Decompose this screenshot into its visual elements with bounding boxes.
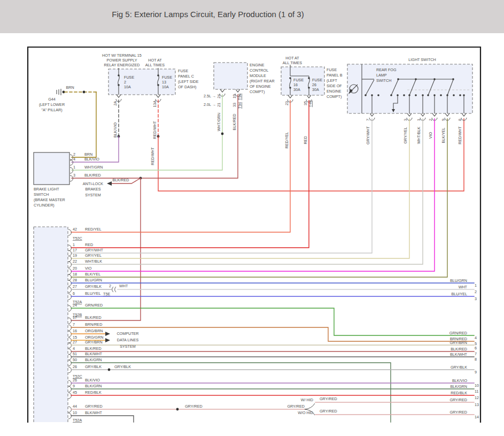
svg-text:3: 3 xyxy=(403,119,408,121)
svg-text:GRY/YEL: GRY/YEL xyxy=(85,253,102,258)
svg-text:ALL TIMES: ALL TIMES xyxy=(283,60,303,65)
svg-text:GRY/YEL: GRY/YEL xyxy=(403,127,408,143)
svg-text:1: 1 xyxy=(475,283,477,288)
svg-text:REAR FOG: REAR FOG xyxy=(376,67,397,72)
svg-text:10: 10 xyxy=(475,383,479,388)
svg-text:4: 4 xyxy=(73,157,75,162)
svg-text:LIGHT SWITCH: LIGHT SWITCH xyxy=(408,57,436,62)
connector-section: T52C xyxy=(73,374,82,379)
svg-text:2: 2 xyxy=(109,284,111,288)
svg-text:7: 7 xyxy=(366,119,370,121)
svg-text:W/O HID: W/O HID xyxy=(298,410,313,415)
svg-text:RED/BLK: RED/BLK xyxy=(85,390,102,395)
svg-text:HOT AT: HOT AT xyxy=(148,58,162,63)
svg-text:SYSTEM: SYSTEM xyxy=(85,193,101,197)
svg-text:30A: 30A xyxy=(312,87,319,92)
svg-text:BLK/GRN: BLK/GRN xyxy=(450,384,467,389)
svg-text:9: 9 xyxy=(73,384,75,388)
svg-text:SWITCH: SWITCH xyxy=(34,192,49,197)
svg-text:2: 2 xyxy=(73,152,75,157)
svg-text:8: 8 xyxy=(475,357,477,362)
svg-text:44: 44 xyxy=(73,404,77,409)
wire-label-brn: BRN xyxy=(66,85,74,90)
title-banner: Fig 5: Exterior Lamps Circuit, Early Pro… xyxy=(0,0,504,33)
svg-text:28: 28 xyxy=(73,278,77,282)
svg-text:GRY/RED: GRY/RED xyxy=(85,404,103,409)
svg-text:BRN: BRN xyxy=(84,152,92,157)
svg-text:24: 24 xyxy=(216,94,221,98)
svg-text:"A" PILLAR): "A" PILLAR) xyxy=(41,108,62,112)
svg-text:ALL TIMES: ALL TIMES xyxy=(145,63,165,67)
svg-text:GRY/RED: GRY/RED xyxy=(320,409,337,414)
svg-text:GRY/RED: GRY/RED xyxy=(449,397,467,402)
svg-text:11: 11 xyxy=(475,389,478,394)
svg-text:BLK/GRN: BLK/GRN xyxy=(85,384,102,388)
svg-text:BLK/VIO: BLK/VIO xyxy=(85,378,100,383)
svg-text:2: 2 xyxy=(124,80,126,85)
svg-text:BLK/WHT: BLK/WHT xyxy=(85,410,103,415)
svg-text:POWER SUPPLY: POWER SUPPLY xyxy=(107,58,137,63)
svg-text:RED/YEL: RED/YEL xyxy=(85,227,102,232)
svg-text:GRY/BLK: GRY/BLK xyxy=(85,364,102,369)
svg-text:RED/BLK: RED/BLK xyxy=(451,391,467,395)
svg-text:RED/WHT: RED/WHT xyxy=(458,126,462,144)
connector-section: T52A xyxy=(73,418,82,423)
brake-switch-box xyxy=(34,152,69,185)
svg-text:22: 22 xyxy=(73,259,77,264)
svg-text:2.5L →: 2.5L → xyxy=(204,94,216,98)
svg-text:BLK/WHT: BLK/WHT xyxy=(450,352,468,357)
svg-text:RED: RED xyxy=(85,242,93,247)
wiring-diagram: Fig 5: Exterior Lamps Circuit, Early Pro… xyxy=(0,0,504,436)
svg-text:35: 35 xyxy=(303,101,308,105)
svg-text:BLU/YEL: BLU/YEL xyxy=(451,292,467,296)
svg-text:ANTI-LOCK: ANTI-LOCK xyxy=(83,181,104,186)
ecm-box xyxy=(214,63,247,89)
svg-text:2: 2 xyxy=(428,119,433,121)
svg-text:GRY/RED: GRY/RED xyxy=(287,404,305,409)
svg-text:GRY/BLK: GRY/BLK xyxy=(451,365,467,370)
svg-text:4: 4 xyxy=(475,335,477,340)
svg-text:SYSTEM: SYSTEM xyxy=(120,344,136,349)
svg-text:GRN/RED: GRN/RED xyxy=(449,331,467,335)
svg-text:16: 16 xyxy=(73,328,77,333)
svg-text:12: 12 xyxy=(475,395,479,400)
svg-text:GRY/RED: GRY/RED xyxy=(185,404,203,409)
svg-text:42: 42 xyxy=(73,227,77,232)
svg-text:FUSE: FUSE xyxy=(293,78,304,82)
svg-text:CONTROL: CONTROL xyxy=(250,68,268,73)
svg-text:(LEFT: (LEFT xyxy=(327,78,338,83)
svg-text:GRY/WHT: GRY/WHT xyxy=(85,248,103,253)
svg-text:RED/YEL: RED/YEL xyxy=(284,132,289,149)
svg-text:26: 26 xyxy=(312,82,316,87)
svg-text:COMPT): COMPT) xyxy=(327,94,342,99)
svg-text:(LEFT SIDE: (LEFT SIDE xyxy=(178,79,199,84)
svg-text:16: 16 xyxy=(293,82,298,87)
svg-text:9: 9 xyxy=(441,119,446,121)
svg-text:BLK/WHT: BLK/WHT xyxy=(85,351,103,356)
svg-text:COMPT): COMPT) xyxy=(250,89,265,94)
svg-text:8: 8 xyxy=(458,119,462,121)
connector-section: T52B xyxy=(73,312,82,317)
svg-text:30A: 30A xyxy=(293,87,300,92)
wiring-diagram-page: Fig 5: Exterior Lamps Circuit, Early Pro… xyxy=(0,0,504,436)
svg-text:FUSE: FUSE xyxy=(312,78,322,82)
svg-text:BLK/RED: BLK/RED xyxy=(451,347,467,351)
svg-text:6: 6 xyxy=(475,346,477,350)
svg-text:10A: 10A xyxy=(124,85,131,89)
svg-text:10A: 10A xyxy=(162,85,169,89)
svg-text:BRAKE LIGHT: BRAKE LIGHT xyxy=(34,187,59,192)
svg-text:51: 51 xyxy=(73,351,77,356)
svg-text:OF DASH): OF DASH) xyxy=(178,85,196,89)
svg-text:BLK/RED: BLK/RED xyxy=(85,346,102,351)
svg-text:18: 18 xyxy=(73,272,77,277)
svg-text:ENGINE: ENGINE xyxy=(327,89,342,94)
svg-text:HOT W/ TERMINAL 15: HOT W/ TERMINAL 15 xyxy=(102,53,142,58)
svg-text:BLK/RED: BLK/RED xyxy=(84,173,101,178)
svg-text:T5E: T5E xyxy=(103,292,110,296)
svg-text:6: 6 xyxy=(73,291,75,296)
svg-text:BRAKES: BRAKES xyxy=(85,187,100,192)
svg-text:14: 14 xyxy=(475,415,479,419)
svg-text:WHT/GRN: WHT/GRN xyxy=(84,165,103,170)
svg-text:ORG/BRN: ORG/BRN xyxy=(85,328,103,333)
svg-text:33: 33 xyxy=(232,103,237,107)
